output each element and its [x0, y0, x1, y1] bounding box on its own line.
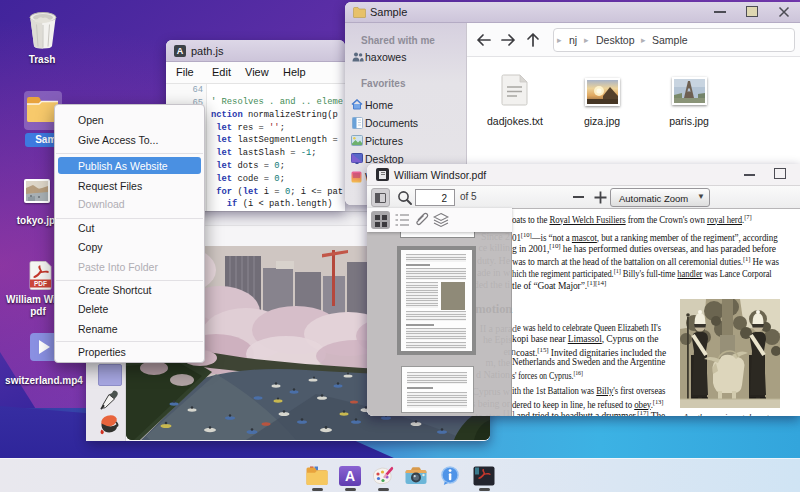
svg-text:PDF: PDF [34, 280, 47, 287]
